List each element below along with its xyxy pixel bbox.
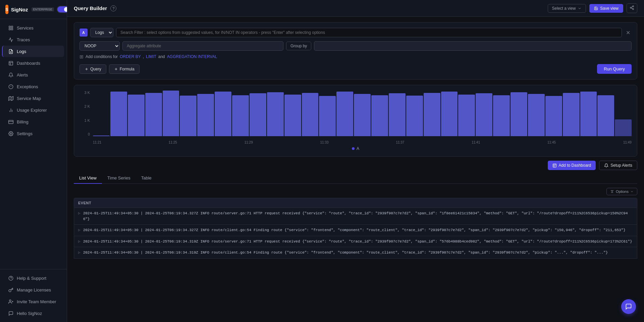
sidebar-item-exceptions[interactable]: Exceptions — [3, 81, 64, 92]
sidebar-item-billing[interactable]: Billing — [3, 116, 64, 127]
header: Query Builder ? Select a view Save view — [67, 0, 644, 17]
main-content: Query Builder ? Select a view Save view … — [67, 0, 644, 322]
expand-icon-row3[interactable]: ▷ — [78, 239, 80, 244]
add-query-button[interactable]: Query — [79, 64, 106, 74]
aggregate-attribute-input[interactable] — [122, 41, 283, 51]
chart-plot-area — [93, 91, 632, 136]
chart-bar — [424, 93, 440, 136]
sidebar-item-traces[interactable]: Traces — [3, 34, 64, 45]
options-button[interactable]: Options — [606, 188, 637, 195]
tab-time-series[interactable]: Time Series — [102, 173, 136, 184]
sidebar-item-dashboards[interactable]: Dashboards — [3, 57, 64, 69]
group-by-button[interactable]: Group by — [286, 42, 311, 50]
table-row[interactable]: ▷ 2024-01-25T11:49:34+05:30 | 2024-01-25… — [74, 247, 637, 259]
activity-icon — [8, 37, 13, 42]
sidebar-item-manage-licenses[interactable]: Manage Licenses — [3, 284, 64, 296]
sidebar-item-usage-explorer[interactable]: Usage Explorer — [3, 104, 64, 116]
order-by-link[interactable]: ORDER BY — [120, 54, 141, 59]
sidebar-label-invite: Invite Team Member — [17, 299, 56, 304]
sidebar-item-invite-team[interactable]: Invite Team Member — [3, 296, 64, 307]
group-by-input[interactable] — [314, 41, 632, 51]
table-row[interactable]: ▷ 2024-01-25T11:49:34+05:30 | 2024-01-25… — [74, 236, 637, 248]
chart-bar — [615, 119, 632, 136]
chart-bar — [215, 92, 231, 136]
sidebar-label-services: Services — [17, 25, 34, 31]
chart-bar — [528, 94, 545, 136]
sidebar-item-alerts[interactable]: Alerts — [3, 69, 64, 80]
sidebar: S SigNoz ENTERPRISE Services Traces — [0, 0, 67, 322]
agg-interval-link[interactable]: AGGREGATION INTERVAL — [167, 54, 217, 59]
file-text-icon — [8, 49, 13, 54]
sidebar-nav: Services Traces Logs Dashboards — [0, 19, 67, 269]
x-label-1125: 11:25 — [169, 141, 177, 144]
chart-bar — [110, 92, 127, 136]
tab-table[interactable]: Table — [136, 173, 157, 184]
sidebar-item-help-support[interactable]: Help & Support — [3, 272, 64, 284]
y-label-3k: 3 K — [84, 91, 90, 95]
expand-icon-row4[interactable]: ▷ — [78, 250, 80, 255]
action-row: Query Formula Run Query — [79, 64, 632, 74]
y-label-1k: 1 K — [84, 118, 90, 122]
setup-alerts-button[interactable]: Setup Alerts — [599, 161, 637, 170]
svg-rect-3 — [11, 28, 12, 30]
alert-circle-icon — [8, 84, 13, 89]
help-icon[interactable]: ? — [110, 5, 116, 11]
table-row[interactable]: ▷ 2024-01-25T11:49:34+05:30 | 2024-01-25… — [74, 225, 637, 236]
chart-bar — [511, 92, 527, 136]
tab-list-view[interactable]: List View — [74, 173, 102, 184]
event-text-2: 2024-01-25T11:49:34+05:30 | 2024-01-25T0… — [83, 227, 633, 233]
sidebar-item-settings[interactable]: Settings — [3, 128, 64, 139]
noop-select[interactable]: NOOP — [79, 41, 120, 51]
svg-marker-12 — [8, 96, 13, 101]
x-label-1149: 11:49 — [623, 141, 632, 144]
select-view-button[interactable]: Select a view — [548, 4, 586, 13]
expand-icon-row1[interactable]: ▷ — [78, 211, 80, 215]
sidebar-item-logs[interactable]: Logs — [2, 46, 64, 57]
query-row: A Logs ✕ — [79, 28, 632, 37]
sidebar-item-services[interactable]: Services — [3, 22, 64, 34]
filter-input[interactable] — [116, 28, 622, 37]
x-label-1121: 11:21 — [93, 141, 101, 144]
legend-label-a: A — [357, 146, 359, 151]
and-text: and — [158, 54, 165, 59]
clear-filter-button[interactable]: ✕ — [625, 30, 632, 36]
run-query-button[interactable]: Run Query — [597, 64, 632, 74]
chart-bar — [389, 93, 406, 136]
save-view-button[interactable]: Save view — [589, 4, 623, 13]
svg-rect-35 — [553, 164, 556, 167]
data-source-select[interactable]: Logs — [90, 28, 113, 37]
sidebar-label-alerts: Alerts — [17, 72, 28, 77]
chart-bar — [180, 96, 197, 136]
chart-bar — [145, 93, 162, 136]
sidebar-label-help: Help & Support — [17, 276, 46, 281]
chart-area: 3 K 2 K 1 K 0 11:21 11:25 11:29 11:33 11… — [79, 91, 632, 144]
sidebar-label-billing: Billing — [17, 119, 29, 124]
sidebar-label-traces: Traces — [17, 37, 30, 42]
share-button[interactable] — [627, 3, 637, 13]
chart-bar — [163, 91, 179, 136]
svg-rect-2 — [9, 28, 10, 30]
add-formula-button[interactable]: Formula — [109, 64, 140, 74]
query-builder-card: A Logs ✕ NOOP Group by ⊞ Add conditions … — [74, 22, 637, 79]
message-circle-icon — [8, 311, 13, 316]
event-text-1: 2024-01-25T11:49:34+05:30 | 2024-01-25T0… — [83, 211, 633, 222]
chart-bar — [476, 93, 492, 136]
sidebar-label-settings: Settings — [17, 131, 33, 136]
chart-bar — [458, 95, 475, 136]
sidebar-item-service-map[interactable]: Service Map — [3, 93, 64, 104]
table-row[interactable]: ▷ 2024-01-25T11:49:34+05:30 | 2024-01-25… — [74, 208, 637, 225]
expand-icon[interactable]: ⊞ — [79, 54, 84, 59]
query-badge: A — [79, 29, 88, 37]
sidebar-item-hello-signoz[interactable]: Hello SigNoz — [3, 308, 64, 319]
chat-button[interactable] — [621, 299, 636, 314]
event-text-4: 2024-01-25T11:49:34+05:30 | 2024-01-25T0… — [83, 250, 633, 256]
chart-bar — [93, 136, 110, 136]
view-tabs: List View Time Series Table — [74, 173, 637, 184]
limit-link[interactable]: LIMIT — [146, 54, 156, 59]
expand-icon-row2[interactable]: ▷ — [78, 227, 80, 232]
chart-card: 3 K 2 K 1 K 0 11:21 11:25 11:29 11:33 11… — [74, 85, 637, 157]
chart-bar — [197, 94, 214, 136]
chart-bar — [597, 95, 614, 136]
add-to-dashboard-button[interactable]: Add to Dashboard — [548, 161, 596, 170]
svg-rect-0 — [9, 26, 10, 27]
